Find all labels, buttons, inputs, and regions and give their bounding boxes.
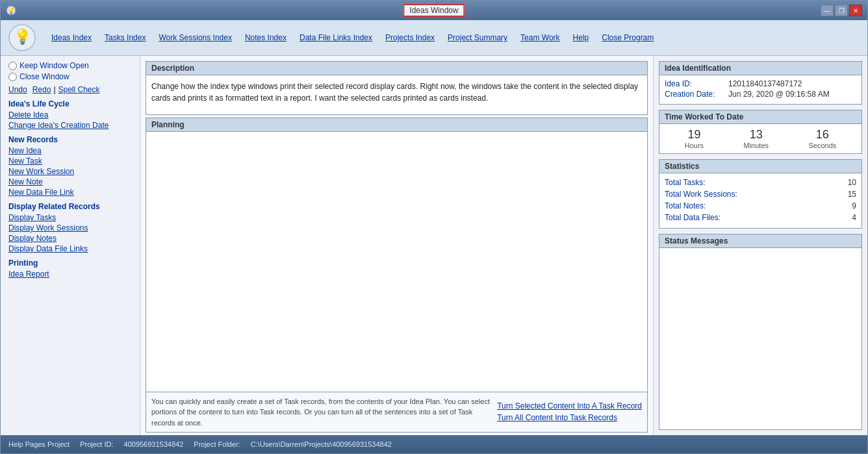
close-window-radio[interactable]: Close Window — [8, 72, 132, 81]
total-work-sessions-label: Total Work Sessions: — [665, 190, 737, 199]
seconds-label: Seconds — [808, 142, 836, 149]
total-tasks-label: Total Tasks: — [665, 178, 705, 187]
project-folder-label: Project Folder: — [194, 440, 240, 448]
hours-label: Hours — [685, 142, 704, 149]
nav-projects-index[interactable]: Projects Index — [379, 33, 441, 42]
app-icon: 💡 — [6, 5, 16, 16]
window-title: Ideas Window — [403, 6, 465, 15]
new-note-link[interactable]: New Note — [8, 177, 132, 186]
nav-help[interactable]: Help — [567, 33, 596, 42]
new-data-file-link-link[interactable]: New Data File Link — [8, 188, 132, 197]
planning-footer-links: Turn Selected Content Into A Task Record… — [497, 396, 642, 429]
total-data-files-label: Total Data Files: — [665, 213, 721, 222]
nav-project-summary[interactable]: Project Summary — [441, 33, 514, 42]
main-window: 💡 Ideas Window — ❐ ✕ 💡 Ideas Index Tasks… — [0, 0, 868, 454]
hours-unit: 19 Hours — [685, 128, 704, 149]
nav-close-program[interactable]: Close Program — [595, 33, 660, 42]
total-work-sessions-value: 15 — [837, 190, 856, 199]
minimize-button[interactable]: — — [821, 5, 834, 16]
seconds-unit: 16 Seconds — [808, 128, 836, 149]
idea-identification-content: Idea ID: 12011840137487172 Creation Date… — [659, 75, 862, 104]
new-records-section-title: New Records — [8, 135, 132, 144]
total-data-files-value: 4 — [837, 213, 856, 222]
idea-report-link[interactable]: Idea Report — [8, 270, 132, 279]
status-messages-content — [659, 248, 862, 287]
planning-content[interactable] — [146, 132, 647, 392]
spell-check-link[interactable]: Spell Check — [58, 85, 100, 94]
total-work-sessions-row: Total Work Sessions: 15 — [665, 189, 856, 199]
minutes-label: Minutes — [744, 142, 769, 149]
status-messages-title: Status Messages — [659, 234, 862, 248]
total-notes-label: Total Notes: — [665, 201, 706, 210]
lifecycle-section-title: Idea's Life Cycle — [8, 99, 132, 108]
printing-section-title: Printing — [8, 259, 132, 268]
main-content: Keep Window Open Close Window Undo Redo … — [1, 56, 867, 435]
planning-panel: Planning You can quickly and easily crea… — [146, 118, 648, 433]
change-creation-date-link[interactable]: Change Idea's Creation Date — [8, 121, 132, 130]
turn-all-content-link[interactable]: Turn All Content Into Task Records — [497, 413, 642, 422]
menu-bar: 💡 Ideas Index Tasks Index Work Sessions … — [1, 20, 867, 56]
sidebar: Keep Window Open Close Window Undo Redo … — [1, 56, 140, 435]
nav-team-work[interactable]: Team Work — [514, 33, 566, 42]
creation-date-row: Creation Date: Jun 29, 2020 @ 09:16:58 A… — [665, 90, 856, 99]
creation-date-value: Jun 29, 2020 @ 09:16:58 AM — [728, 90, 830, 99]
total-tasks-value: 10 — [837, 178, 856, 187]
status-messages-box: Status Messages — [659, 234, 862, 430]
statistics-content: Total Tasks: 10 Total Work Sessions: 15 … — [659, 173, 862, 228]
project-name: Help Pages Project — [8, 440, 70, 448]
redo-link[interactable]: Redo — [32, 85, 51, 94]
close-button[interactable]: ✕ — [849, 5, 862, 16]
idea-id-row: Idea ID: 12011840137487172 — [665, 79, 856, 88]
nav-work-sessions-index[interactable]: Work Sessions Index — [152, 33, 238, 42]
project-id-label: Project ID: — [80, 440, 113, 448]
center-content: Description Change how the index type wi… — [140, 56, 653, 435]
nav-notes-index[interactable]: Notes Index — [238, 33, 293, 42]
app-logo: 💡 — [6, 21, 38, 54]
svg-text:💡: 💡 — [14, 28, 32, 45]
planning-footer-text: You can quickly and easily create a set … — [151, 396, 492, 429]
svg-text:💡: 💡 — [7, 6, 16, 15]
description-header: Description — [146, 62, 647, 75]
total-data-files-row: Total Data Files: 4 — [665, 212, 856, 223]
keep-window-open-radio[interactable]: Keep Window Open — [8, 61, 132, 70]
restore-button[interactable]: ❐ — [835, 5, 848, 16]
total-notes-value: 9 — [837, 201, 856, 210]
hours-value: 19 — [687, 128, 700, 142]
time-worked-box: Time Worked To Date 19 Hours 13 Minutes … — [659, 110, 862, 154]
display-work-sessions-link[interactable]: Display Work Sessions — [8, 223, 132, 233]
undo-link[interactable]: Undo — [8, 85, 27, 94]
status-bar: Help Pages Project Project ID: 400956931… — [1, 435, 867, 453]
title-bar-left: 💡 — [6, 5, 20, 16]
statistics-box: Statistics Total Tasks: 10 Total Work Se… — [659, 159, 862, 229]
seconds-value: 16 — [816, 128, 829, 142]
nav-tasks-index[interactable]: Tasks Index — [98, 33, 152, 42]
time-worked-content: 19 Hours 13 Minutes 16 Seconds — [659, 124, 862, 153]
display-notes-link[interactable]: Display Notes — [8, 234, 132, 243]
title-controls: — ❐ ✕ — [821, 5, 862, 16]
creation-date-label: Creation Date: — [665, 90, 723, 99]
delete-idea-link[interactable]: Delete Idea — [8, 110, 132, 120]
main-nav: Ideas Index Tasks Index Work Sessions In… — [45, 33, 862, 42]
time-worked-title: Time Worked To Date — [659, 110, 862, 124]
idea-id-value: 12011840137487172 — [728, 79, 802, 88]
nav-ideas-index[interactable]: Ideas Index — [45, 33, 98, 42]
idea-identification-box: Idea Identification Idea ID: 12011840137… — [659, 61, 862, 105]
new-work-session-link[interactable]: New Work Session — [8, 167, 132, 176]
idea-identification-title: Idea Identification — [659, 62, 862, 75]
description-content[interactable]: Change how the index type windows print … — [146, 75, 647, 114]
idea-id-label: Idea ID: — [665, 79, 723, 88]
turn-selected-content-link[interactable]: Turn Selected Content Into A Task Record — [497, 401, 642, 410]
new-task-link[interactable]: New Task — [8, 157, 132, 166]
description-panel: Description Change how the index type wi… — [146, 61, 648, 115]
display-data-file-links-link[interactable]: Display Data File Links — [8, 244, 132, 253]
edit-actions: Undo Redo | Spell Check — [8, 85, 132, 94]
planning-header: Planning — [146, 118, 647, 132]
display-tasks-link[interactable]: Display Tasks — [8, 213, 132, 222]
total-notes-row: Total Notes: 9 — [665, 201, 856, 211]
project-folder-value: C:\Users\Darren\Projects\400956931534842 — [251, 440, 392, 448]
total-tasks-row: Total Tasks: 10 — [665, 177, 856, 188]
nav-data-file-links-index[interactable]: Data File Links Index — [293, 33, 379, 42]
project-id-value: 400956931534842 — [124, 440, 184, 448]
new-idea-link[interactable]: New Idea — [8, 146, 132, 155]
right-panel: Idea Identification Idea ID: 12011840137… — [653, 56, 867, 435]
